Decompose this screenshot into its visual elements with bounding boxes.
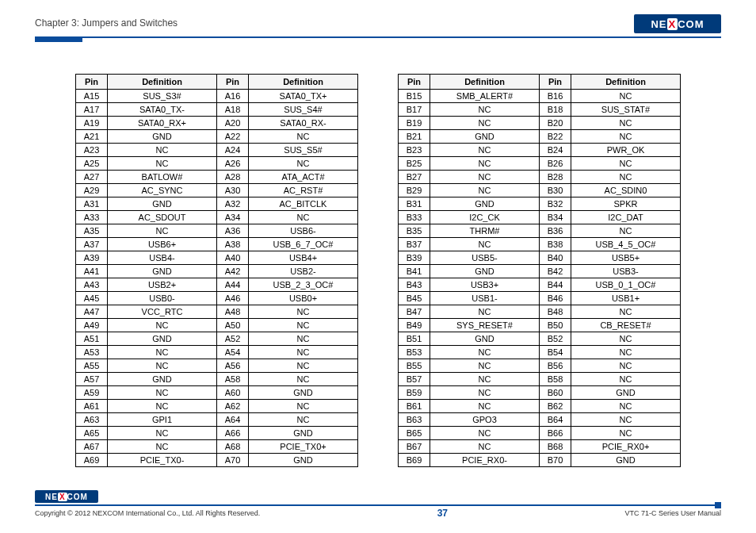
copyright-text: Copyright © 2012 NEXCOM International Co… [35, 509, 260, 517]
definition-cell: CB_RESET# [571, 319, 681, 332]
definition-cell: SUS_S5# [249, 144, 358, 157]
pin-cell: A25 [76, 157, 108, 171]
pin-cell: A60 [217, 386, 249, 400]
pin-cell: A65 [76, 427, 108, 440]
definition-cell: GND [108, 130, 217, 144]
table-row: A57GNDA58NC [76, 373, 358, 386]
pin-table-a: Pin Definition Pin Definition A15SUS_S3#… [75, 74, 358, 467]
pin-cell: B53 [399, 346, 430, 359]
pin-cell: B68 [540, 440, 571, 454]
pin-cell: A43 [76, 278, 108, 292]
pin-cell: A35 [76, 224, 108, 238]
definition-cell: NC [249, 332, 358, 346]
pin-cell: A48 [217, 305, 249, 319]
definition-cell: NC [430, 238, 540, 251]
pin-cell: A49 [76, 319, 108, 332]
pin-cell: A38 [217, 238, 249, 251]
pin-cell: A44 [217, 278, 249, 292]
pin-cell: A36 [217, 224, 249, 238]
pin-cell: A29 [76, 184, 108, 197]
table-row: B65NCB66NC [399, 427, 681, 440]
definition-cell: NC [571, 359, 681, 373]
table-row: A17SATA0_TX-A18SUS_S4# [76, 103, 358, 117]
pin-cell: A39 [76, 251, 108, 265]
col-definition: Definition [108, 75, 217, 90]
definition-cell: NC [249, 211, 358, 224]
definition-cell: NC [108, 144, 217, 157]
pin-cell: B47 [399, 305, 430, 319]
pin-cell: B35 [399, 224, 430, 238]
definition-cell: ATA_ACT# [249, 171, 358, 184]
definition-cell: USB4- [108, 251, 217, 265]
pin-cell: B28 [540, 171, 571, 184]
pin-cell: A62 [217, 400, 249, 413]
pin-cell: B63 [399, 413, 430, 427]
pin-cell: B15 [399, 90, 430, 103]
table-row: B51GNDB52NC [399, 332, 681, 346]
table-row: B19NCB20NC [399, 117, 681, 130]
pin-cell: A61 [76, 400, 108, 413]
pin-cell: A18 [217, 103, 249, 117]
table-row: B39USB5-B40USB5+ [399, 251, 681, 265]
table-row: A41GNDA42USB2- [76, 265, 358, 278]
pin-cell: A41 [76, 265, 108, 278]
definition-cell: GND [108, 265, 217, 278]
definition-cell: NC [571, 332, 681, 346]
pin-cell: B55 [399, 359, 430, 373]
pin-cell: B23 [399, 144, 430, 157]
definition-cell: NC [249, 130, 358, 144]
definition-cell: THRM# [430, 224, 540, 238]
definition-cell: GND [249, 427, 358, 440]
table-row: B61NCB62NC [399, 400, 681, 413]
table-row: B35THRM#B36NC [399, 224, 681, 238]
definition-cell: SATA0_TX- [108, 103, 217, 117]
definition-cell: NC [430, 359, 540, 373]
table-row: A35NCA36USB6- [76, 224, 358, 238]
definition-cell: NC [430, 103, 540, 117]
definition-cell: USB1+ [571, 292, 681, 305]
pin-cell: B20 [540, 117, 571, 130]
definition-cell: NC [249, 400, 358, 413]
pin-cell: B69 [399, 454, 430, 467]
pin-cell: A37 [76, 238, 108, 251]
pin-cell: A42 [217, 265, 249, 278]
pin-cell: B54 [540, 346, 571, 359]
pin-cell: A15 [76, 90, 108, 103]
pin-cell: B40 [540, 251, 571, 265]
definition-cell: GPO3 [430, 413, 540, 427]
page-number: 37 [437, 508, 448, 519]
pin-cell: B66 [540, 427, 571, 440]
definition-cell: NC [249, 157, 358, 171]
definition-cell: GND [108, 197, 217, 211]
pin-cell: B38 [540, 238, 571, 251]
pin-cell: B65 [399, 427, 430, 440]
definition-cell: USB3+ [430, 278, 540, 292]
definition-cell: GND [430, 265, 540, 278]
pin-cell: B49 [399, 319, 430, 332]
table-row: B27NCB28NC [399, 171, 681, 184]
table-row: B41GNDB42USB3- [399, 265, 681, 278]
pin-cell: A34 [217, 211, 249, 224]
table-row: A55NCA56NC [76, 359, 358, 373]
table-row: B25NCB26NC [399, 157, 681, 171]
table-row: B15SMB_ALERT#B16NC [399, 90, 681, 103]
table-row: A61NCA62NC [76, 400, 358, 413]
pin-cell: B22 [540, 130, 571, 144]
definition-cell: NC [430, 440, 540, 454]
pin-cell: A57 [76, 373, 108, 386]
pin-cell: A16 [217, 90, 249, 103]
logo-part-ne: NE [651, 18, 666, 30]
footer-rule [35, 504, 721, 506]
pin-cell: B44 [540, 278, 571, 292]
pin-cell: B61 [399, 400, 430, 413]
definition-cell: NC [571, 305, 681, 319]
definition-cell: AC_RST# [249, 184, 358, 197]
definition-cell: GND [108, 373, 217, 386]
pin-cell: A21 [76, 130, 108, 144]
col-definition: Definition [249, 75, 358, 90]
definition-cell: USB_6_7_OC# [249, 238, 358, 251]
pin-cell: A51 [76, 332, 108, 346]
definition-cell: GND [108, 332, 217, 346]
col-definition: Definition [571, 75, 681, 90]
col-pin: Pin [217, 75, 249, 90]
